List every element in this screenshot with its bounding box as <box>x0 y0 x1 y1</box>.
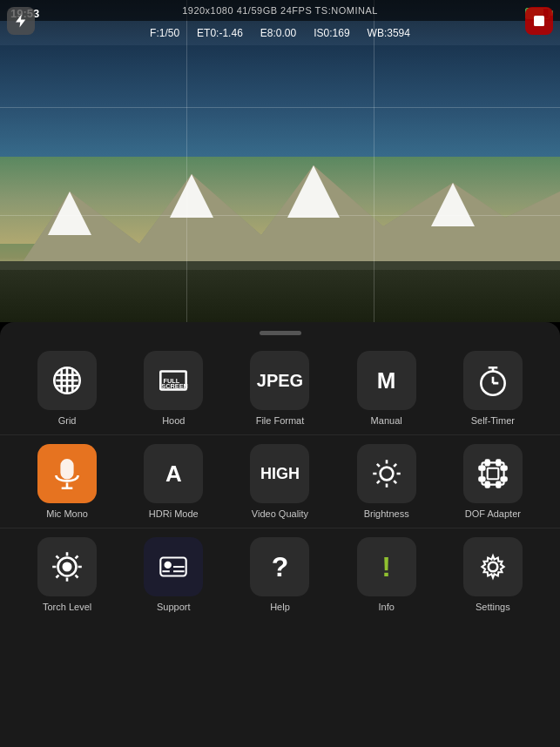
svg-rect-40 <box>479 467 484 470</box>
svg-rect-43 <box>501 477 506 481</box>
aperture-value: F:1/50 <box>150 27 179 39</box>
svg-line-51 <box>76 575 78 578</box>
video-quality-button[interactable]: HIGH Video Quality <box>236 444 323 519</box>
file-format-button[interactable]: JPEG File Format <box>236 351 323 426</box>
manual-button[interactable]: M Manual <box>343 351 430 426</box>
svg-rect-38 <box>485 481 489 487</box>
svg-rect-41 <box>479 477 484 481</box>
svg-line-32 <box>394 481 396 483</box>
drag-handle[interactable] <box>260 331 301 335</box>
settings-icon-box <box>463 537 523 596</box>
info-button[interactable]: ! Info <box>343 537 430 612</box>
timer-icon <box>475 362 511 399</box>
video-quality-icon-box: HIGH <box>250 444 309 503</box>
svg-rect-42 <box>501 467 506 470</box>
torch-icon <box>49 548 85 585</box>
svg-line-53 <box>57 575 59 578</box>
foreground-layer <box>0 270 560 322</box>
self-timer-button[interactable]: Self-Timer <box>449 351 536 426</box>
manual-icon-box: M <box>357 351 416 410</box>
info-label: Info <box>378 602 394 612</box>
svg-line-34 <box>377 481 380 483</box>
support-icon <box>155 548 192 585</box>
record-button[interactable] <box>525 7 553 35</box>
sky-layer <box>0 45 560 167</box>
svg-text:SCREEN: SCREEN <box>162 382 189 390</box>
hdri-mode-icon-box: A <box>144 444 203 503</box>
hood-icon: FULL SCREEN <box>155 362 192 399</box>
file-format-icon-box: JPEG <box>250 351 309 410</box>
grid-icon <box>49 362 85 399</box>
shutter-value: E8:0.00 <box>260 27 296 39</box>
svg-rect-39 <box>496 481 500 487</box>
help-text: ? <box>272 551 289 583</box>
info-icon-box: ! <box>357 537 416 596</box>
svg-point-60 <box>489 562 498 572</box>
svg-line-50 <box>57 556 59 559</box>
dof-icon <box>475 455 511 492</box>
brightness-label: Brightness <box>364 508 409 519</box>
mic-icon <box>49 455 85 492</box>
svg-rect-36 <box>485 460 489 465</box>
viewfinder: 1920x1080 41/59GB 24FPS TS:NOMINAL F:1/5… <box>0 0 560 322</box>
torch-level-button[interactable]: Torch Level <box>24 537 111 612</box>
hood-label: Hood <box>162 415 185 426</box>
info-text: ! <box>381 551 391 583</box>
record-icon <box>531 13 547 29</box>
hdri-mode-label: HDRi Mode <box>149 508 199 519</box>
self-timer-icon-box <box>463 351 523 410</box>
torch-level-label: Torch Level <box>43 602 91 612</box>
file-format-text: JPEG <box>257 371 303 391</box>
support-icon-box <box>144 537 203 596</box>
help-label: Help <box>270 602 290 612</box>
manual-label: Manual <box>371 415 402 426</box>
hood-icon-box: FULL SCREEN <box>144 351 203 410</box>
svg-line-52 <box>76 556 78 559</box>
video-quality-label: Video Quality <box>252 508 308 519</box>
hdri-mode-button[interactable]: A HDRi Mode <box>130 444 217 519</box>
settings-label: Settings <box>476 602 510 612</box>
manual-text: M <box>377 367 396 394</box>
svg-point-26 <box>380 468 393 481</box>
icon-row-1: Grid FULL SCREEN Hood JPEG File Format M… <box>0 342 560 435</box>
gear-icon <box>475 548 511 585</box>
svg-point-56 <box>165 562 171 568</box>
flash-button[interactable] <box>7 7 35 35</box>
bottom-panel: Grid FULL SCREEN Hood JPEG File Format M… <box>0 322 560 747</box>
dof-adapter-label: DOF Adapter <box>465 508 521 519</box>
grid-icon-box <box>37 351 97 410</box>
video-quality-text: HIGH <box>260 465 300 483</box>
self-timer-label: Self-Timer <box>471 415 515 426</box>
svg-rect-37 <box>496 460 500 465</box>
dof-adapter-button[interactable]: DOF Adapter <box>449 444 536 519</box>
hdri-text: A <box>165 461 182 488</box>
brightness-icon-box <box>357 444 416 503</box>
brightness-button[interactable]: Brightness <box>343 444 430 519</box>
hood-button[interactable]: FULL SCREEN Hood <box>130 351 217 426</box>
sun-icon <box>368 455 405 492</box>
grid-button[interactable]: Grid <box>24 351 111 426</box>
torch-level-icon-box <box>37 537 97 596</box>
mic-mono-button[interactable]: Mic Mono <box>24 444 111 519</box>
svg-point-54 <box>64 563 71 570</box>
svg-rect-35 <box>482 462 503 484</box>
icon-row-3: Torch Level Support ? Help ! <box>0 528 560 621</box>
dof-adapter-icon-box <box>463 444 523 503</box>
svg-line-33 <box>394 464 396 467</box>
file-format-label: File Format <box>256 415 305 426</box>
mic-mono-icon-box <box>37 444 97 503</box>
exposure-value: ET0:-1.46 <box>197 27 243 39</box>
flash-icon <box>13 13 29 29</box>
settings-button[interactable]: Settings <box>449 537 536 612</box>
icon-row-2: Mic Mono A HDRi Mode HIGH Video Quality <box>0 435 560 528</box>
help-icon-box: ? <box>250 537 309 596</box>
svg-rect-44 <box>488 468 499 480</box>
system-bar: 19:53 <box>0 0 560 26</box>
grid-label: Grid <box>58 415 77 426</box>
help-button[interactable]: ? Help <box>236 537 323 612</box>
mic-mono-label: Mic Mono <box>46 508 88 519</box>
svg-rect-23 <box>62 460 73 478</box>
wb-value: WB:3594 <box>368 27 410 39</box>
support-button[interactable]: Support <box>130 537 217 612</box>
svg-line-31 <box>377 464 380 467</box>
